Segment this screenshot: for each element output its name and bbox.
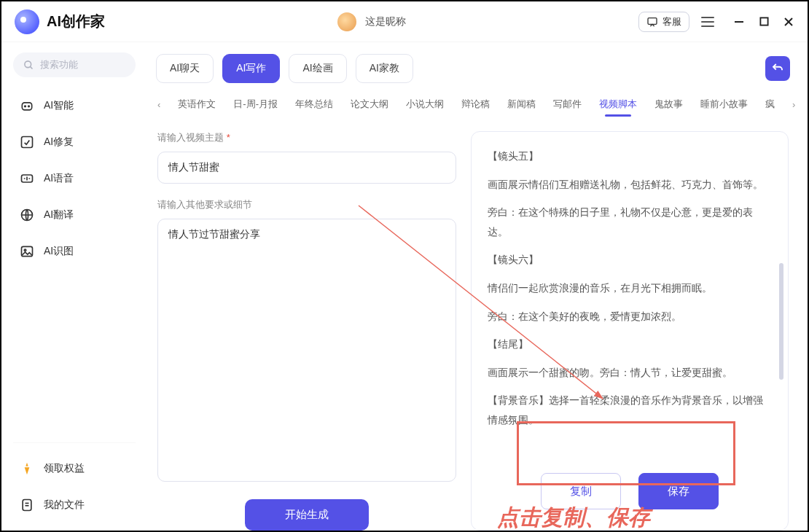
chevron-right-icon[interactable]: › — [792, 99, 795, 110]
titlebar: AI创作家 这是昵称 客服 — [1, 1, 808, 42]
minimize-button[interactable] — [733, 16, 745, 28]
output-line: 【背景音乐】选择一首轻柔浪漫的音乐作为背景音乐，以增强情感氛围。 — [488, 391, 766, 429]
sidebar-item-benefits[interactable]: 领取权益 — [13, 453, 136, 484]
topic-input[interactable]: 情人节甜蜜 — [157, 152, 456, 184]
mode-tab-tutor[interactable]: AI家教 — [356, 54, 413, 83]
sidebar-item-label: AI语音 — [44, 172, 74, 185]
sidebar-item-ai-image[interactable]: AI识图 — [13, 236, 136, 267]
output-line: 旁白：在这个美好的夜晚，爱情更加浓烈。 — [488, 307, 766, 326]
category-item[interactable]: 写邮件 — [553, 98, 582, 111]
sidebar-item-ai-voice[interactable]: AI语音 — [13, 163, 136, 194]
robot-icon — [19, 98, 35, 114]
category-tabs: ‹ 英语作文 日-周-月报 年终总结 论文大纲 小说大纲 辩论稿 新闻稿 写邮件… — [150, 93, 796, 118]
sidebar-item-myfiles[interactable]: 我的文件 — [13, 490, 136, 520]
mode-tab-write[interactable]: AI写作 — [222, 54, 280, 83]
repair-icon — [19, 134, 35, 150]
window-controls — [733, 16, 794, 28]
customer-service-label: 客服 — [663, 15, 681, 28]
svg-point-9 — [28, 106, 30, 107]
sidebar-item-ai-repair[interactable]: AI修复 — [13, 127, 136, 157]
titlebar-right: 客服 — [638, 12, 794, 32]
sidebar-item-label: AI修复 — [44, 136, 74, 149]
search-icon — [23, 60, 34, 71]
svg-rect-0 — [648, 17, 657, 24]
undo-icon — [771, 62, 784, 75]
category-item[interactable]: 疯 — [765, 98, 775, 111]
output-line: 【镜头六】 — [488, 250, 766, 270]
main-area: AI聊天 AI写作 AI绘画 AI家教 ‹ 英语作文 日-周-月报 年终总结 论… — [147, 42, 808, 531]
topic-label: 请输入视频主题 * — [157, 131, 456, 144]
category-item[interactable]: 睡前小故事 — [700, 98, 748, 111]
copy-button[interactable]: 复制 — [541, 473, 621, 510]
titlebar-center: 这是昵称 — [105, 12, 638, 31]
category-item[interactable]: 日-周-月报 — [233, 98, 278, 111]
logo-wrap: AI创作家 — [15, 9, 105, 34]
save-button[interactable]: 保存 — [638, 473, 719, 510]
search-input[interactable]: 搜索功能 — [13, 52, 136, 77]
category-item[interactable]: 新闻稿 — [507, 98, 536, 111]
sidebar: 搜索功能 AI智能 AI修复 AI语音 AI翻译 AI识图 — [1, 42, 147, 531]
category-item[interactable]: 年终总结 — [295, 98, 333, 111]
svg-point-5 — [25, 60, 31, 67]
output-panel: 【镜头五】 画面展示情侣们互相赠送礼物，包括鲜花、巧克力、首饰等。 旁白：在这个… — [471, 131, 789, 531]
sidebar-bottom: 领取权益 我的文件 — [13, 442, 136, 520]
output-body[interactable]: 【镜头五】 画面展示情侣们互相赠送礼物，包括鲜花、巧克力、首饰等。 旁白：在这个… — [488, 146, 772, 460]
output-line: 【镜头五】 — [488, 146, 766, 166]
svg-rect-7 — [22, 103, 31, 110]
avatar[interactable] — [337, 12, 356, 31]
svg-rect-10 — [22, 137, 33, 148]
chevron-left-icon[interactable]: ‹ — [157, 99, 160, 110]
sidebar-nav: AI智能 AI修复 AI语音 AI翻译 AI识图 — [13, 90, 136, 267]
sidebar-item-ai-translate[interactable]: AI翻译 — [13, 200, 136, 230]
menu-icon[interactable] — [701, 17, 714, 27]
input-column: 请输入视频主题 * 情人节甜蜜 请输入其他要求或细节 情人节过节甜蜜分享 开始生… — [157, 131, 456, 531]
sidebar-item-label: AI翻译 — [44, 208, 74, 222]
svg-point-8 — [25, 106, 26, 107]
nickname: 这是昵称 — [365, 15, 406, 28]
sidebar-item-label: 领取权益 — [44, 462, 85, 475]
scrollbar[interactable] — [779, 263, 783, 380]
output-line: 画面展示一个甜蜜的吻。旁白：情人节，让爱更甜蜜。 — [488, 363, 766, 383]
detail-label: 请输入其他要求或细节 — [157, 198, 456, 211]
svg-point-14 — [24, 249, 26, 251]
customer-service-button[interactable]: 客服 — [638, 12, 689, 32]
output-actions: 复制 保存 — [488, 460, 772, 516]
search-placeholder: 搜索功能 — [40, 58, 78, 71]
maximize-button[interactable] — [758, 16, 770, 28]
mode-tab-chat[interactable]: AI聊天 — [156, 54, 214, 83]
category-item[interactable]: 辩论稿 — [461, 98, 490, 111]
chat-icon — [646, 16, 658, 28]
app-logo-icon — [15, 9, 39, 34]
output-line: 画面展示情侣们互相赠送礼物，包括鲜花、巧克力、首饰等。 — [488, 175, 766, 195]
sidebar-item-ai-smart[interactable]: AI智能 — [13, 90, 136, 121]
image-icon — [19, 243, 35, 259]
svg-rect-2 — [760, 17, 767, 25]
close-button[interactable] — [783, 16, 794, 28]
generate-button[interactable]: 开始生成 — [245, 499, 369, 531]
file-icon — [19, 497, 35, 513]
mode-tab-draw[interactable]: AI绘画 — [289, 54, 346, 83]
mode-tabs: AI聊天 AI写作 AI绘画 AI家教 — [150, 51, 796, 93]
category-item[interactable]: 小说大纲 — [406, 98, 444, 111]
content-row: 请输入视频主题 * 情人节甜蜜 请输入其他要求或细节 情人节过节甜蜜分享 开始生… — [150, 118, 796, 531]
svg-line-6 — [30, 66, 32, 69]
output-line: 【结尾】 — [488, 335, 766, 354]
voice-icon — [19, 171, 35, 187]
detail-textarea[interactable]: 情人节过节甜蜜分享 — [157, 219, 456, 482]
gift-icon — [19, 461, 35, 477]
sidebar-item-label: AI识图 — [44, 245, 74, 258]
output-line: 旁白：在这个特殊的日子里，礼物不仅是心意，更是爱的表达。 — [488, 203, 766, 241]
app-title: AI创作家 — [47, 12, 105, 31]
sidebar-item-label: 我的文件 — [44, 498, 85, 512]
category-item-active[interactable]: 视频脚本 — [599, 98, 637, 111]
output-line: 情侣们一起欣赏浪漫的音乐，在月光下相拥而眠。 — [488, 278, 766, 298]
sidebar-item-label: AI智能 — [44, 99, 74, 112]
category-item[interactable]: 英语作文 — [178, 98, 216, 111]
undo-button[interactable] — [765, 56, 790, 81]
category-item[interactable]: 鬼故事 — [654, 98, 683, 111]
category-item[interactable]: 论文大纲 — [351, 98, 388, 111]
translate-icon — [19, 207, 35, 223]
